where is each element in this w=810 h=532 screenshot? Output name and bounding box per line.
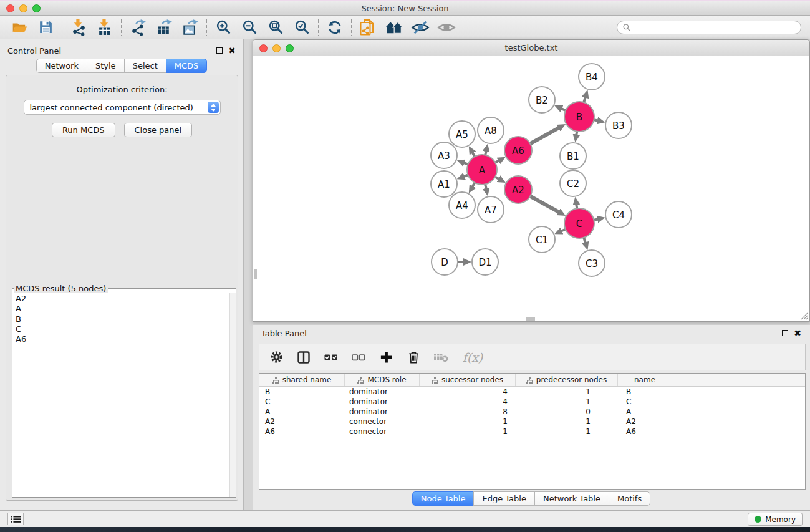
node-B[interactable]: B xyxy=(564,102,594,132)
column-header-name[interactable]: name xyxy=(618,374,672,386)
network-minimize-button[interactable] xyxy=(272,44,281,52)
tab-network-table[interactable]: Network Table xyxy=(534,491,609,506)
node-label: B3 xyxy=(612,120,625,132)
save-session-button[interactable] xyxy=(32,17,59,37)
node-A6[interactable]: A6 xyxy=(504,137,532,164)
node-A8[interactable]: A8 xyxy=(478,117,504,143)
table-cell: A2 xyxy=(618,417,672,426)
node-label: B4 xyxy=(586,72,598,83)
float-table-panel-icon[interactable] xyxy=(782,330,788,336)
mcds-result-item[interactable]: B xyxy=(16,314,229,324)
node-A4[interactable]: A4 xyxy=(449,192,475,218)
export-image-button[interactable] xyxy=(177,17,203,37)
zoom-selected-button[interactable] xyxy=(289,17,315,37)
column-header-MCDS-role[interactable]: MCDS role xyxy=(345,374,420,386)
table-row[interactable]: A6connector11A6 xyxy=(259,427,805,437)
search-field[interactable] xyxy=(617,21,801,34)
result-scrollbar[interactable] xyxy=(229,293,236,497)
first-neighbors-button[interactable] xyxy=(381,17,407,37)
close-panel-button[interactable]: Close panel xyxy=(124,123,193,137)
node-A5[interactable]: A5 xyxy=(449,121,475,147)
zoom-fit-button[interactable] xyxy=(263,17,289,37)
zoom-in-icon xyxy=(215,19,232,36)
table-row[interactable]: A2connector11A2 xyxy=(259,417,805,427)
toggle-panel-button[interactable] xyxy=(293,347,314,368)
zoom-window-button[interactable] xyxy=(32,4,41,12)
node-C4[interactable]: C4 xyxy=(605,201,632,228)
table-settings-button[interactable] xyxy=(266,347,287,368)
toolbar-separator xyxy=(206,19,207,36)
memory-button[interactable]: Memory xyxy=(748,513,803,526)
mcds-result-item[interactable]: A6 xyxy=(16,334,229,344)
tab-node-table[interactable]: Node Table xyxy=(412,491,475,506)
network-vertical-scroll-thumb[interactable] xyxy=(254,269,257,279)
export-table-button[interactable] xyxy=(151,17,177,37)
tab-network[interactable]: Network xyxy=(36,59,87,73)
node-label: B2 xyxy=(536,95,548,106)
mcds-result-item[interactable]: A2 xyxy=(16,294,229,304)
deselect-all-button[interactable] xyxy=(348,347,369,368)
network-close-button[interactable] xyxy=(259,44,268,52)
node-label: A2 xyxy=(512,185,524,196)
node-D[interactable]: D xyxy=(432,249,458,275)
table-row[interactable]: Bdominator41B xyxy=(259,387,805,397)
tab-select[interactable]: Select xyxy=(124,59,166,73)
delete-column-button[interactable] xyxy=(403,347,424,368)
tab-style[interactable]: Style xyxy=(87,59,125,73)
table-cell: 1 xyxy=(420,417,516,426)
node-B2[interactable]: B2 xyxy=(529,87,555,113)
node-C2[interactable]: C2 xyxy=(560,170,586,196)
column-header-predecessor-nodes[interactable]: predecessor nodes xyxy=(516,374,618,386)
network-horizontal-scroll-thumb[interactable] xyxy=(526,317,535,321)
add-column-button[interactable] xyxy=(375,347,397,368)
export-network-button[interactable] xyxy=(125,17,151,37)
criterion-select[interactable]: largest connected component (directed) xyxy=(24,100,221,115)
float-panel-icon[interactable] xyxy=(216,47,223,54)
tab-mcds[interactable]: MCDS xyxy=(166,59,208,73)
node-A7[interactable]: A7 xyxy=(478,196,504,223)
resize-grip-icon[interactable] xyxy=(799,311,808,320)
show-all-button[interactable] xyxy=(433,17,460,37)
search-input[interactable] xyxy=(631,22,796,32)
node-B4[interactable]: B4 xyxy=(579,64,605,90)
select-all-button[interactable] xyxy=(321,347,342,368)
network-canvas[interactable]: B4B2BB3A8A5A6A3B1AA1C2A2A4A7C4CC1DD1C3 xyxy=(254,57,809,321)
tab-edge-table[interactable]: Edge Table xyxy=(473,491,534,506)
import-network-button[interactable] xyxy=(65,17,92,37)
tab-motifs[interactable]: Motifs xyxy=(609,491,650,506)
open-session-button[interactable] xyxy=(6,17,32,37)
node-B1[interactable]: B1 xyxy=(560,143,586,169)
zoom-in-button[interactable] xyxy=(210,17,236,37)
task-history-button[interactable] xyxy=(7,513,24,525)
column-header-successor-nodes[interactable]: successor nodes xyxy=(420,374,516,386)
new-network-from-selection-button[interactable] xyxy=(355,17,381,37)
node-D1[interactable]: D1 xyxy=(472,249,498,275)
node-C1[interactable]: C1 xyxy=(529,226,555,253)
hide-selected-button[interactable] xyxy=(407,17,433,37)
close-window-button[interactable] xyxy=(6,4,14,12)
mcds-result-item[interactable]: C xyxy=(16,324,229,334)
table-cell: B xyxy=(618,387,672,396)
network-window-titlebar[interactable]: testGlobe.txt xyxy=(253,40,809,56)
node-C[interactable]: C xyxy=(564,208,594,238)
close-panel-icon[interactable]: ✖ xyxy=(228,47,236,54)
node-A2[interactable]: A2 xyxy=(504,176,532,203)
close-table-panel-icon[interactable]: ✖ xyxy=(794,330,801,336)
node-A3[interactable]: A3 xyxy=(431,142,457,168)
minimize-window-button[interactable] xyxy=(19,4,27,12)
zoom-out-button[interactable] xyxy=(236,17,263,37)
node-A[interactable]: A xyxy=(467,155,497,185)
table-row[interactable]: Cdominator41C xyxy=(259,397,805,407)
table-row[interactable]: Adominator80A xyxy=(259,407,805,417)
refresh-view-button[interactable] xyxy=(322,17,348,37)
import-table-button[interactable] xyxy=(92,17,118,37)
mcds-result-item[interactable]: A xyxy=(16,304,229,314)
network-zoom-button[interactable] xyxy=(286,44,294,52)
column-header-shared-name[interactable]: shared name xyxy=(259,374,345,386)
delete-table-button[interactable] xyxy=(430,347,451,368)
node-B3[interactable]: B3 xyxy=(605,112,632,138)
node-C3[interactable]: C3 xyxy=(579,250,605,276)
function-builder-button[interactable]: f(x) xyxy=(458,347,488,368)
node-A1[interactable]: A1 xyxy=(431,171,457,197)
run-mcds-button[interactable]: Run MCDS xyxy=(52,123,115,137)
